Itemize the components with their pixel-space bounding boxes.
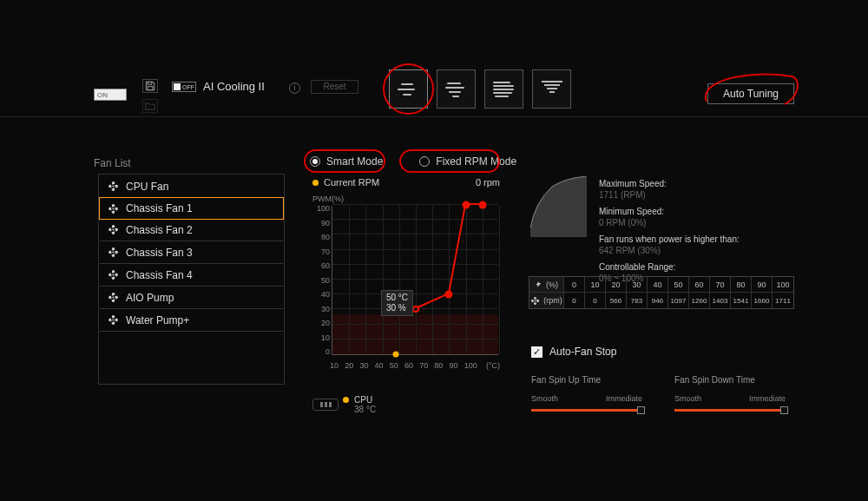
- preset-turbo[interactable]: [437, 69, 476, 109]
- save-icon[interactable]: [142, 79, 158, 93]
- curve-point[interactable]: [412, 306, 419, 313]
- wind-icon: [398, 81, 420, 98]
- legend-cpu: CPU38 °C: [343, 395, 376, 414]
- open-icon[interactable]: [142, 99, 158, 113]
- svg-point-8: [112, 319, 114, 320]
- svg-point-9: [535, 300, 536, 301]
- svg-point-6: [112, 274, 114, 275]
- fan-icon: [107, 292, 119, 304]
- curve-point[interactable]: [478, 201, 486, 209]
- fan-row[interactable]: Chassis Fan 3: [100, 241, 283, 264]
- svg-rect-1: [148, 87, 153, 90]
- preset-manual[interactable]: [532, 69, 571, 109]
- rpm-table: (%)0102030405060708090100(rpm)0056678394…: [529, 276, 794, 309]
- svg-point-4: [112, 228, 114, 230]
- current-rpm-value: 0 rpm: [476, 177, 500, 188]
- preset-standard[interactable]: [389, 69, 428, 109]
- temp-marker: [392, 352, 398, 358]
- legend-dot-icon: [343, 397, 349, 403]
- fan-row[interactable]: Chassis Fan 4: [100, 264, 283, 287]
- svg-rect-0: [148, 82, 152, 84]
- fan-info: Maximum Speed:1711 (RPM) Minimum Speed:0…: [599, 178, 740, 289]
- svg-point-2: [112, 185, 114, 187]
- mode-fixed[interactable]: Fixed RPM Mode: [419, 155, 516, 168]
- legend-toggle[interactable]: [312, 399, 339, 411]
- fan-presets: [389, 69, 571, 109]
- fan-icon: [107, 224, 119, 236]
- slider-max-label: Immediate: [749, 394, 786, 403]
- fan-icon: [107, 269, 119, 281]
- spin-up-label: Fan Spin Up Time: [531, 375, 601, 385]
- curve-point[interactable]: [445, 291, 453, 299]
- mode-smart[interactable]: Smart Mode: [310, 155, 383, 168]
- fan-icon: [107, 181, 119, 193]
- auto-fan-stop-checkbox[interactable]: ✓: [531, 346, 542, 358]
- manual-icon: [541, 81, 563, 98]
- auto-tuning-button[interactable]: Auto Tuning: [707, 83, 794, 104]
- ai-cooling-toggle[interactable]: OFF: [172, 82, 196, 92]
- rpm-dot-icon: [312, 180, 319, 186]
- fan-row[interactable]: Chassis Fan 2: [100, 219, 283, 241]
- fan-row[interactable]: Water Pump+: [100, 309, 283, 332]
- slider-min-label: Smooth: [531, 394, 558, 403]
- fanlist: CPU FanChassis Fan 1Chassis Fan 2Chassis…: [98, 174, 285, 385]
- curve-tooltip: 50 °C 30 %: [381, 290, 413, 316]
- auto-fan-stop-label: Auto-Fan Stop: [549, 346, 616, 358]
- y-ticks: 1009080706050403020100: [312, 204, 330, 356]
- fan-icon: [107, 314, 119, 326]
- spin-up-slider[interactable]: [531, 409, 641, 412]
- svg-point-7: [112, 296, 114, 298]
- current-rpm-label: Current RPM: [324, 177, 379, 188]
- spin-down-slider[interactable]: [674, 409, 785, 412]
- fan-row[interactable]: CPU Fan: [100, 175, 283, 198]
- fan-icon: [107, 202, 119, 214]
- fanlist-title: Fan List: [94, 157, 131, 169]
- fan-row[interactable]: AIO Pump: [100, 287, 283, 309]
- on-toggle[interactable]: ON: [94, 89, 127, 101]
- curve-point[interactable]: [462, 201, 470, 209]
- x-ticks: 102030405060708090100(°C): [330, 361, 500, 370]
- svg-point-5: [112, 251, 114, 253]
- info-icon[interactable]: i: [289, 82, 300, 94]
- slider-max-label: Immediate: [606, 394, 642, 403]
- reset-button[interactable]: Reset: [311, 80, 358, 94]
- slider-min-label: Smooth: [674, 394, 701, 403]
- y-axis-title: PWM(%): [312, 194, 500, 203]
- fan-icon: [107, 247, 119, 259]
- curve-thumbnail: [530, 176, 587, 237]
- fan-row[interactable]: Chassis Fan 1: [99, 197, 284, 220]
- wind-icon: [445, 81, 468, 98]
- preset-full[interactable]: [484, 69, 523, 109]
- wind-icon: [493, 81, 516, 98]
- spin-down-label: Fan Spin Down Time: [674, 375, 755, 385]
- feature-label: AI Cooling II: [203, 80, 265, 93]
- fan-curve-plot[interactable]: 50 °C 30 %: [332, 206, 498, 355]
- svg-point-3: [112, 208, 114, 209]
